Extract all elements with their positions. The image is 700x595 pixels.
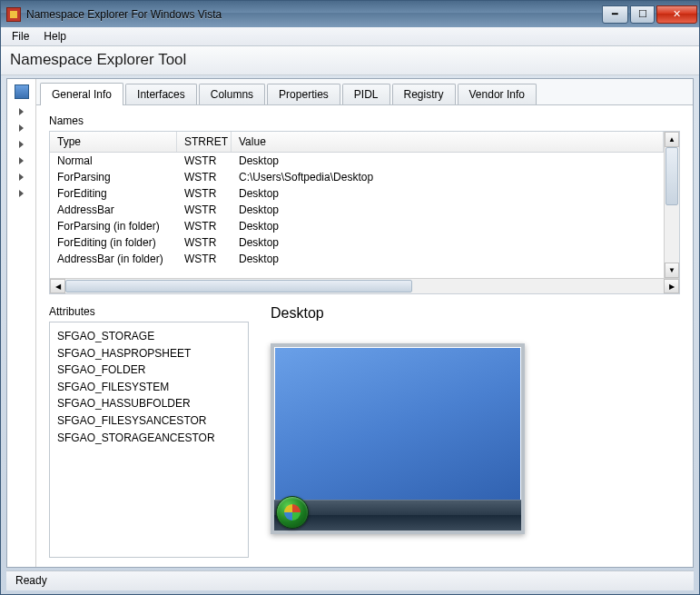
- names-vertical-scrollbar[interactable]: ▲ ▼: [664, 132, 679, 278]
- cell-type: ForParsing: [50, 171, 177, 183]
- list-item[interactable]: SFGAO_HASSUBFOLDER: [57, 395, 241, 412]
- cell-value: Desktop: [232, 154, 664, 167]
- list-item[interactable]: SFGAO_STORAGE: [57, 328, 241, 345]
- svg-rect-0: [10, 11, 17, 18]
- cell-strret: WSTR: [177, 253, 232, 265]
- col-header-value[interactable]: Value: [232, 132, 664, 152]
- cell-type: ForEditing: [50, 187, 177, 200]
- desktop-thumbnail: [271, 343, 525, 534]
- preview-title: Desktop: [271, 305, 680, 322]
- maximize-button[interactable]: ☐: [630, 5, 655, 24]
- cell-value: Desktop: [232, 220, 664, 233]
- cell-value: Desktop: [232, 236, 664, 249]
- cell-value: C:\Users\Softpedia\Desktop: [232, 171, 664, 183]
- tab-interfaces[interactable]: Interfaces: [125, 84, 197, 104]
- window-title: Namespace Explorer For Windows Vista: [26, 8, 602, 21]
- tree-expand-icon[interactable]: [19, 124, 24, 132]
- preview-area: Desktop: [271, 305, 680, 558]
- cell-type: AddressBar (in folder): [50, 253, 177, 265]
- close-button[interactable]: ✕: [656, 5, 697, 24]
- tab-vendor-info[interactable]: Vendor Info: [458, 84, 537, 104]
- table-row[interactable]: AddressBarWSTRDesktop: [50, 202, 664, 218]
- scroll-down-button[interactable]: ▼: [665, 263, 679, 278]
- cell-strret: WSTR: [177, 220, 232, 233]
- names-horizontal-scrollbar[interactable]: ◀ ▶: [50, 278, 679, 293]
- table-row[interactable]: NormalWSTRDesktop: [50, 153, 664, 169]
- cell-type: ForEditing (in folder): [50, 236, 177, 249]
- table-row[interactable]: ForParsingWSTRC:\Users\Softpedia\Desktop: [50, 169, 664, 185]
- scroll-up-button[interactable]: ▲: [665, 132, 679, 147]
- cell-strret: WSTR: [177, 154, 232, 167]
- tab-registry[interactable]: Registry: [392, 84, 456, 104]
- start-orb-icon: [276, 496, 309, 529]
- tab-properties[interactable]: Properties: [267, 84, 340, 104]
- status-text: Ready: [15, 574, 47, 587]
- list-item[interactable]: SFGAO_FOLDER: [57, 362, 241, 379]
- tree-expand-icon[interactable]: [19, 108, 24, 115]
- status-bar: Ready: [6, 570, 694, 590]
- tab-panel-general: Names Type STRRET Value NormalWSTRDeskto…: [36, 105, 693, 567]
- list-item[interactable]: SFGAO_HASPROPSHEET: [57, 345, 241, 362]
- table-row[interactable]: ForEditingWSTRDesktop: [50, 185, 664, 202]
- tree-sidebar[interactable]: [7, 79, 36, 567]
- cell-value: Desktop: [232, 203, 664, 216]
- client-area: General InfoInterfacesColumnsPropertiesP…: [6, 78, 694, 568]
- cell-type: AddressBar: [50, 203, 177, 216]
- tab-general-info[interactable]: General Info: [40, 83, 123, 105]
- names-label: Names: [49, 114, 680, 127]
- tool-title: Namespace Explorer Tool: [1, 46, 699, 75]
- names-listview: Type STRRET Value NormalWSTRDesktopForPa…: [49, 131, 680, 294]
- scroll-thumb[interactable]: [665, 147, 678, 205]
- tab-columns[interactable]: Columns: [199, 84, 265, 104]
- cell-value: Desktop: [232, 253, 664, 265]
- cell-type: ForParsing (in folder): [50, 220, 177, 233]
- tree-expand-icon[interactable]: [19, 157, 24, 164]
- list-item[interactable]: SFGAO_STORAGEANCESTOR: [57, 430, 241, 447]
- cell-type: Normal: [50, 154, 177, 167]
- list-item[interactable]: SFGAO_FILESYSANCESTOR: [57, 412, 241, 430]
- scroll-track[interactable]: [665, 147, 679, 263]
- table-row[interactable]: AddressBar (in folder)WSTRDesktop: [50, 251, 664, 267]
- menu-bar: File Help: [1, 27, 699, 46]
- scroll-thumb[interactable]: [65, 280, 412, 293]
- names-rows: NormalWSTRDesktopForParsingWSTRC:\Users\…: [50, 153, 664, 278]
- title-bar[interactable]: Namespace Explorer For Windows Vista ━ ☐…: [1, 1, 699, 27]
- cell-strret: WSTR: [177, 203, 232, 216]
- scroll-left-button[interactable]: ◀: [50, 279, 65, 293]
- menu-file[interactable]: File: [5, 28, 36, 45]
- attributes-listbox[interactable]: SFGAO_STORAGESFGAO_HASPROPSHEETSFGAO_FOL…: [49, 322, 249, 558]
- app-window: Namespace Explorer For Windows Vista ━ ☐…: [0, 0, 700, 595]
- menu-help[interactable]: Help: [36, 28, 74, 45]
- minimize-button[interactable]: ━: [602, 5, 628, 24]
- scroll-track[interactable]: [65, 279, 664, 293]
- table-row[interactable]: ForParsing (in folder)WSTRDesktop: [50, 218, 664, 234]
- cell-strret: WSTR: [177, 171, 232, 183]
- tree-expand-icon[interactable]: [19, 174, 24, 181]
- thumbnail-taskbar: [274, 500, 521, 531]
- tree-expand-icon[interactable]: [19, 141, 24, 148]
- app-icon: [6, 7, 21, 22]
- tab-pidl[interactable]: PIDL: [342, 84, 390, 104]
- table-row[interactable]: ForEditing (in folder)WSTRDesktop: [50, 234, 664, 251]
- cell-strret: WSTR: [177, 236, 232, 249]
- tab-strip: General InfoInterfacesColumnsPropertiesP…: [36, 79, 693, 105]
- names-column-headers[interactable]: Type STRRET Value: [50, 132, 664, 153]
- monitor-icon[interactable]: [15, 84, 29, 99]
- col-header-strret[interactable]: STRRET: [177, 132, 232, 152]
- cell-value: Desktop: [232, 187, 664, 200]
- attributes-label: Attributes: [49, 305, 249, 318]
- main-pane: General InfoInterfacesColumnsPropertiesP…: [36, 79, 693, 567]
- scroll-right-button[interactable]: ▶: [664, 279, 679, 293]
- col-header-type[interactable]: Type: [50, 132, 177, 152]
- list-item[interactable]: SFGAO_FILESYSTEM: [57, 379, 241, 396]
- cell-strret: WSTR: [177, 187, 232, 200]
- tree-expand-icon[interactable]: [19, 190, 24, 197]
